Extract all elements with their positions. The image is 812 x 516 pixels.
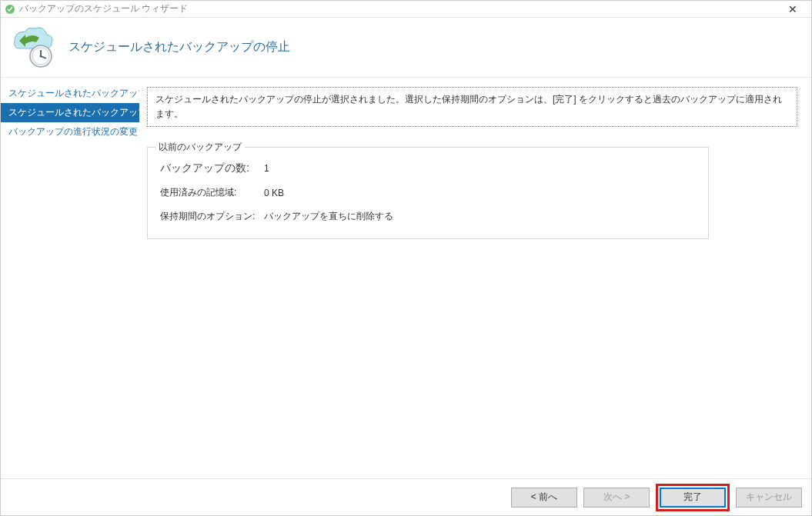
- label-storage-used: 使用済みの記憶域:: [160, 186, 264, 199]
- row-storage-used: 使用済みの記憶域: 0 KB: [160, 186, 696, 199]
- previous-backups-groupbox: 以前のバックアップ バックアップの数: 1 使用済みの記憶域: 0 KB 保持期…: [147, 147, 709, 239]
- wizard-body: スケジュールされたバックアップを変... スケジュールされたバックアップの停 バ…: [1, 78, 811, 478]
- app-icon: [4, 3, 16, 15]
- row-backup-count: バックアップの数: 1: [160, 161, 696, 175]
- titlebar: バックアップのスケジュール ウィザード ✕: [1, 1, 811, 18]
- wizard-sidebar: スケジュールされたバックアップを変... スケジュールされたバックアップの停 バ…: [1, 78, 139, 478]
- wizard-main: スケジュールされたバックアップの停止が選択されました。選択した保持期間のオプショ…: [139, 78, 811, 478]
- cancel-button: キャンセル: [736, 488, 802, 508]
- groupbox-title: 以前のバックアップ: [155, 141, 245, 154]
- sidebar-item-modify[interactable]: スケジュールされたバックアップを変...: [1, 84, 139, 103]
- value-backup-count: 1: [264, 163, 269, 174]
- close-icon[interactable]: ✕: [777, 2, 808, 17]
- finish-highlight: 完了: [656, 484, 730, 511]
- row-retention: 保持期間のオプション: バックアップを直ちに削除する: [160, 210, 696, 223]
- wizard-icon: [10, 25, 55, 70]
- info-message: スケジュールされたバックアップの停止が選択されました。選択した保持期間のオプショ…: [147, 87, 797, 127]
- label-retention: 保持期間のオプション:: [160, 210, 264, 223]
- page-title: スケジュールされたバックアップの停止: [69, 39, 290, 55]
- svg-point-5: [40, 55, 42, 57]
- label-backup-count: バックアップの数:: [160, 161, 264, 175]
- value-retention: バックアップを直ちに削除する: [264, 210, 393, 223]
- wizard-header: スケジュールされたバックアップの停止: [1, 18, 811, 78]
- wizard-footer: < 前へ 次へ > 完了 キャンセル: [1, 478, 811, 515]
- sidebar-item-stop[interactable]: スケジュールされたバックアップの停: [1, 103, 139, 122]
- window-title: バックアップのスケジュール ウィザード: [19, 2, 777, 15]
- next-button: 次へ >: [583, 488, 650, 508]
- finish-button[interactable]: 完了: [660, 488, 726, 508]
- value-storage-used: 0 KB: [264, 188, 284, 198]
- prev-button[interactable]: < 前へ: [511, 488, 577, 508]
- sidebar-item-progress[interactable]: バックアップの進行状況の変更: [1, 122, 139, 141]
